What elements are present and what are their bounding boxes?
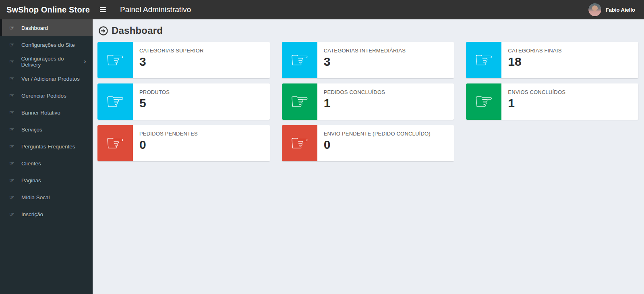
sidebar-item-perguntas-frequentes[interactable]: ☞ Perguntas Frequentes › — [0, 138, 93, 155]
stat-cards-grid: ☞ CATEGORIAS SUPERIOR 3 ☞ CATEGORIAS INT… — [97, 42, 638, 161]
stat-card-body: CATEGORIAS SUPERIOR 3 — [133, 42, 208, 78]
arrow-circle-right-icon — [98, 26, 108, 36]
main-content: Dashboard ☞ CATEGORIAS SUPERIOR 3 ☞ CATE… — [93, 19, 644, 161]
stat-card: ☞ PEDIDOS CONCLUÍDOS 1 — [282, 83, 454, 120]
stat-card-label: PRODUTOS — [139, 89, 170, 95]
stat-card: ☞ CATEGORIAS INTERMEDIÁRIAS 3 — [282, 42, 454, 78]
pointing-hand-icon: ☞ — [9, 25, 18, 31]
sidebar-item-ver-adicionar-produtos[interactable]: ☞ Ver / Adicionar Produtos › — [0, 70, 93, 87]
stat-card-body: CATEGORIAS INTERMEDIÁRIAS 3 — [317, 42, 410, 78]
chevron-right-icon: › — [84, 58, 86, 65]
sidebar-item-label: Inscrição — [21, 211, 43, 217]
pointing-hand-icon: ☞ — [9, 109, 18, 116]
stat-card-body: PEDIDOS PENDENTES 0 — [133, 125, 202, 161]
sidebar-item-banner-rotativo[interactable]: ☞ Banner Rotativo › — [0, 104, 93, 121]
thumbs-icon-box: ☞ — [282, 83, 317, 120]
pointing-hand-icon: ☞ — [9, 194, 18, 200]
sidebar-item-label: Mídia Socal — [21, 194, 50, 200]
sidebar-item-dashboard[interactable]: ☞ Dashboard › — [0, 19, 93, 36]
thumbs-icon-box: ☞ — [466, 42, 501, 78]
stat-card-label: ENVIO PENDENTE (PEDIDO CONCLUÍDO) — [324, 131, 431, 137]
thumbs-icon-box: ☞ — [97, 42, 133, 78]
pointing-hand-icon: ☞ — [106, 91, 125, 113]
stat-card-label: PEDIDOS CONCLUÍDOS — [324, 89, 385, 95]
sidebar-item-configuracoes-do-site[interactable]: ☞ Configurações do Site › — [0, 36, 93, 53]
stat-card-label: PEDIDOS PENDENTES — [139, 131, 198, 137]
stat-card-value: 3 — [324, 55, 406, 69]
sidebar-item-label: Gerenciar Pedidos — [21, 93, 66, 99]
sidebar-item-label: Páginas — [21, 177, 41, 183]
stat-card-value: 0 — [139, 138, 198, 152]
topbar: SwShop Online Store Painel Administrativ… — [0, 0, 644, 19]
sidebar-item-label: Dashboard — [21, 25, 48, 31]
pointing-hand-icon: ☞ — [9, 75, 18, 82]
stat-card-label: ENVIOS CONCLUÍDOS — [508, 89, 565, 95]
thumbs-icon-box: ☞ — [97, 83, 133, 120]
pointing-hand-icon: ☞ — [9, 160, 18, 167]
sidebar-item-label: Banner Rotativo — [21, 110, 60, 116]
stat-card-value: 18 — [508, 55, 561, 69]
pointing-hand-icon: ☞ — [9, 58, 18, 65]
sidebar-item-label: Ver / Adicionar Produtos — [21, 76, 80, 82]
sidebar-item-gerenciar-pedidos[interactable]: ☞ Gerenciar Pedidos › — [0, 87, 93, 104]
stat-card-body: PRODUTOS 5 — [133, 83, 174, 120]
sidebar-item-servicos[interactable]: ☞ Serviços › — [0, 121, 93, 138]
pointing-hand-icon: ☞ — [106, 49, 125, 71]
stat-card-body: CATEGORIAS FINAIS 18 — [501, 42, 565, 78]
sidebar-item-paginas[interactable]: ☞ Páginas › — [0, 172, 93, 189]
pointing-hand-icon: ☞ — [290, 49, 309, 71]
sidebar-item-label: Configurações do Site — [21, 42, 75, 48]
sidebar-item-label: Clientes — [21, 161, 41, 167]
stat-card-body: ENVIOS CONCLUÍDOS 1 — [501, 83, 569, 120]
sidebar-item-label: Perguntas Frequentes — [21, 144, 75, 150]
pointing-hand-icon: ☞ — [9, 126, 18, 133]
page-title: Dashboard — [112, 25, 163, 36]
stat-card: ☞ PRODUTOS 5 — [97, 83, 270, 120]
stat-card: ☞ CATEGORIAS SUPERIOR 3 — [97, 42, 270, 78]
stat-card-value: 1 — [508, 96, 565, 110]
pointing-hand-icon: ☞ — [474, 49, 493, 71]
thumbs-icon-box: ☞ — [97, 125, 133, 161]
page-title-topbar: Painel Administrativo — [120, 5, 191, 14]
sidebar-item-midia-socal[interactable]: ☞ Mídia Socal › — [0, 189, 93, 206]
sidebar-item-label: Configurações do Delivery — [21, 56, 84, 68]
stat-card-value: 5 — [139, 96, 170, 110]
sidebar-item-clientes[interactable]: ☞ Clientes › — [0, 155, 93, 172]
pointing-hand-icon: ☞ — [474, 91, 493, 113]
stat-card: ☞ ENVIOS CONCLUÍDOS 1 — [466, 83, 638, 120]
user-name: Fabio Aiello — [606, 7, 635, 13]
stat-card: ☞ ENVIO PENDENTE (PEDIDO CONCLUÍDO) 0 — [282, 125, 454, 161]
sidebar-item-configuracoes-do-delivery[interactable]: ☞ Configurações do Delivery › — [0, 53, 93, 70]
pointing-hand-icon: ☞ — [9, 143, 18, 150]
stat-card-label: CATEGORIAS SUPERIOR — [139, 48, 204, 54]
hamburger-menu-icon[interactable] — [97, 4, 109, 16]
thumbs-icon-box: ☞ — [282, 125, 317, 161]
sidebar-item-label: Serviços — [21, 127, 42, 133]
pointing-hand-icon: ☞ — [9, 92, 18, 99]
sidebar-item-inscricao[interactable]: ☞ Inscrição › — [0, 206, 93, 223]
pointing-hand-icon: ☞ — [290, 91, 309, 113]
stat-card-value: 1 — [324, 96, 385, 110]
thumbs-icon-box: ☞ — [282, 42, 317, 78]
pointing-hand-icon: ☞ — [290, 132, 309, 154]
stat-card-value: 0 — [324, 138, 431, 152]
page-heading: Dashboard — [98, 25, 638, 36]
thumbs-icon-box: ☞ — [466, 83, 501, 120]
sidebar: ☞ Dashboard › ☞ Configurações do Site › … — [0, 19, 93, 294]
pointing-hand-icon: ☞ — [9, 211, 18, 217]
pointing-hand-icon: ☞ — [9, 42, 18, 48]
stat-card-value: 3 — [139, 55, 204, 69]
stat-card-body: ENVIO PENDENTE (PEDIDO CONCLUÍDO) 0 — [317, 125, 435, 161]
brand-title[interactable]: SwShop Online Store — [0, 5, 93, 15]
user-menu[interactable]: Fabio Aiello — [588, 3, 644, 17]
stat-card: ☞ PEDIDOS PENDENTES 0 — [97, 125, 270, 161]
stat-card-label: CATEGORIAS INTERMEDIÁRIAS — [324, 48, 406, 54]
stat-card: ☞ CATEGORIAS FINAIS 18 — [466, 42, 638, 78]
pointing-hand-icon: ☞ — [9, 177, 18, 183]
pointing-hand-icon: ☞ — [106, 132, 125, 154]
stat-card-body: PEDIDOS CONCLUÍDOS 1 — [317, 83, 389, 120]
avatar[interactable] — [588, 3, 602, 17]
stat-card-label: CATEGORIAS FINAIS — [508, 48, 561, 54]
